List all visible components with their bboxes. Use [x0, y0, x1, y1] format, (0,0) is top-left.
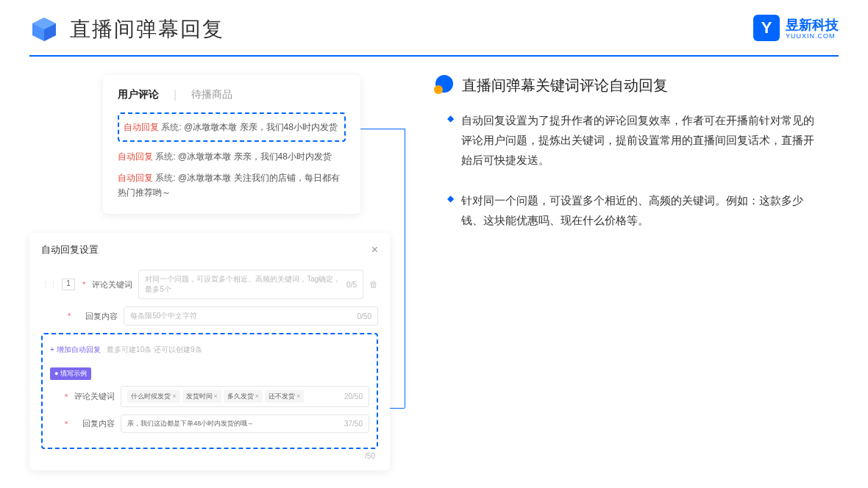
comment-tabs: 用户评论 | 待播商品	[118, 88, 346, 101]
tag-chip[interactable]: 还不发货×	[265, 390, 304, 403]
page-title: 直播间弹幕回复	[70, 15, 224, 43]
brand-name: 昱新科技	[786, 18, 839, 32]
tab-user-comments[interactable]: 用户评论	[118, 88, 159, 101]
content-input[interactable]: 每条限50个中文字符 0/50	[124, 306, 378, 326]
auto-reply-tag: 自动回复	[124, 122, 159, 132]
footer-count: /50	[41, 452, 378, 460]
brand-logo: Y 昱新科技 YUUXIN.COM	[753, 15, 839, 41]
auto-reply-settings-panel: 自动回复设置 × ⋮⋮ 1 * 评论关键词 对同一个问题，可设置多个相近、高频的…	[29, 233, 390, 470]
keyword-row: ⋮⋮ 1 * 评论关键词 对同一个问题，可设置多个相近、高频的关键词，Tag确定…	[41, 270, 378, 299]
delete-icon[interactable]: 🗑	[369, 279, 378, 290]
diamond-icon: ◆	[447, 193, 454, 230]
highlighted-auto-reply: 自动回复 系统: @冰墩墩本墩 亲亲，我们48小时内发货	[118, 112, 346, 142]
keyword-input[interactable]: 对同一个问题，可设置多个相近、高频的关键词，Tag确定，最多5个 0/5	[138, 270, 363, 299]
example-content-input[interactable]: 亲，我们这边都是下单48小时内发货的哦～ 37/50	[121, 415, 369, 433]
left-panel: 用户评论 | 待播商品 自动回复 系统: @冰墩墩本墩 亲亲，我们48小时内发货…	[29, 75, 405, 251]
comment-panel: 用户评论 | 待播商品 自动回复 系统: @冰墩墩本墩 亲亲，我们48小时内发货…	[103, 75, 360, 214]
keyword-label: 评论关键词	[88, 279, 132, 290]
section-icon	[434, 75, 455, 96]
example-keyword-row: * 评论关键词 什么时候发货× 发货时间× 多久发货× 还不发货× 20/50	[50, 386, 369, 407]
brand-url: YUUXIN.COM	[786, 32, 839, 40]
content-row: * 回复内容 每条限50个中文字符 0/50	[41, 306, 378, 326]
cube-icon	[29, 15, 59, 44]
section-title: 直播间弹幕关键词评论自动回复	[434, 75, 817, 96]
content-label: 回复内容	[74, 311, 118, 322]
diamond-icon: ◆	[447, 113, 454, 170]
example-keyword-input[interactable]: 什么时候发货× 发货时间× 多久发货× 还不发货× 20/50	[121, 386, 369, 407]
close-icon[interactable]: ×	[371, 243, 378, 256]
example-badge: ● 填写示例	[50, 367, 91, 380]
tag-chip[interactable]: 多久发货×	[224, 390, 263, 403]
page-header: 直播间弹幕回复	[0, 0, 868, 55]
brand-icon: Y	[753, 15, 780, 41]
drag-icon[interactable]: ⋮⋮	[41, 280, 57, 290]
bullet-item: ◆ 自动回复设置为了提升作者的评论回复效率，作者可在开播前针对常见的评论用户问题…	[434, 110, 817, 170]
settings-title: 自动回复设置	[41, 243, 99, 256]
example-section: + 增加自动回复 最多可建10条 还可以创建9条 ● 填写示例 * 评论关键词 …	[41, 333, 378, 449]
tag-chip[interactable]: 什么时候发货×	[127, 390, 179, 403]
auto-reply-tag: 自动回复	[118, 151, 153, 162]
connector-line	[360, 129, 405, 129]
comment-line: 自动回复 系统: @冰墩墩本墩 关注我们的店铺，每日都有热门推荐哟～	[118, 171, 346, 201]
bullet-item: ◆ 针对同一个问题，可设置多个相近的、高频的关键词。例如：这款多少钱、这块能优惠…	[434, 190, 817, 230]
tag-chip[interactable]: 发货时间×	[182, 390, 221, 403]
add-auto-reply-link[interactable]: + 增加自动回复	[50, 345, 101, 355]
example-content-row: * 回复内容 亲，我们这边都是下单48小时内发货的哦～ 37/50	[50, 415, 369, 433]
comment-line: 自动回复 系统: @冰墩墩本墩 亲亲，我们48小时内发货	[118, 149, 346, 164]
header-divider	[29, 55, 839, 57]
row-number: 1	[62, 279, 75, 290]
auto-reply-tag: 自动回复	[118, 173, 153, 183]
comment-line: 自动回复 系统: @冰墩墩本墩 亲亲，我们48小时内发货	[124, 120, 340, 134]
right-panel: 直播间弹幕关键词评论自动回复 ◆ 自动回复设置为了提升作者的评论回复效率，作者可…	[405, 75, 817, 251]
tab-pending-products[interactable]: 待播商品	[191, 88, 232, 101]
